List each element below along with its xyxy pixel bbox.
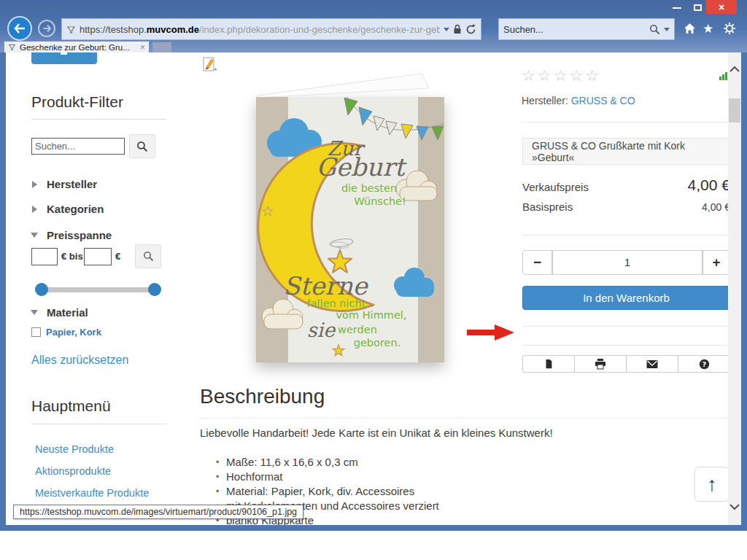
menu-link-aktion[interactable]: Aktionsprodukte [35, 465, 111, 477]
back-arrow-icon [13, 23, 26, 34]
maximize-icon [694, 4, 702, 11]
url-dropdown-icon[interactable] [444, 28, 449, 31]
description-intro: Liebevolle Handarbeit! Jede Karte ist ei… [200, 427, 553, 439]
address-bar[interactable]: https://testshop.muvcom.de/index.php/dek… [61, 18, 481, 40]
material-option-label[interactable]: Papier, Kork [46, 327, 101, 338]
price-suffix-label: € [115, 251, 120, 262]
svg-text:vom Himmel,: vom Himmel, [336, 309, 407, 321]
new-tab-button[interactable] [152, 42, 171, 52]
price-slider-track[interactable] [35, 287, 160, 292]
forward-button[interactable] [38, 20, 55, 37]
filter-group-preisspanne[interactable]: Preisspanne [47, 229, 112, 241]
datasheet-button[interactable] [523, 356, 574, 372]
product-name: GRUSS & CO Grußkarte mit Kork »Geburt« [532, 140, 721, 163]
list-item: Hochformat [216, 470, 439, 484]
chevron-right-icon[interactable] [32, 206, 37, 213]
url-scheme: https:// [80, 24, 108, 35]
filter-title: Produkt-Filter [31, 93, 123, 111]
chevron-down-icon[interactable] [31, 233, 38, 238]
card-back-flap [258, 74, 429, 98]
svg-text:Wünsche!: Wünsche! [354, 195, 406, 207]
url-subdomain: testshop. [108, 24, 147, 35]
divider [522, 345, 730, 346]
star-icon: ★ [703, 22, 713, 36]
product-image[interactable]: Zur Geburt die besten Wünsche! Sterne fa… [219, 66, 489, 372]
divider [522, 122, 729, 122]
refresh-icon[interactable] [465, 24, 476, 35]
quantity-input[interactable] [552, 250, 703, 275]
chevron-right-icon[interactable] [32, 181, 37, 188]
price-to-input[interactable] [84, 248, 112, 265]
manufacturer-link[interactable]: GRUSS & CO [571, 95, 635, 106]
svg-text:die besten: die besten [341, 182, 397, 194]
price-slider-handle-min[interactable] [35, 283, 48, 296]
divider [200, 418, 729, 419]
search-dropdown-icon[interactable] [664, 28, 670, 31]
svg-text:werden: werden [338, 324, 377, 335]
search-icon [143, 251, 154, 262]
minimize-icon [673, 7, 681, 9]
scroll-up-icon[interactable] [729, 66, 740, 73]
list-item: Material: Papier, Kork, div. Accessoires [216, 484, 439, 499]
search-icon [136, 141, 148, 152]
tab-title: Geschenke zur Geburt: Gru... [20, 43, 136, 52]
tab-close-icon[interactable]: × [140, 43, 145, 52]
add-to-cart-button[interactable]: In den Warenkorb [522, 286, 730, 310]
question-icon: ? [699, 359, 710, 370]
browser-search-input[interactable] [503, 24, 646, 35]
settings-button[interactable] [723, 22, 736, 38]
material-checkbox[interactable] [31, 327, 41, 337]
scroll-down-icon[interactable] [729, 503, 740, 510]
filter-group-kategorien[interactable]: Kategorien [47, 203, 104, 215]
scrollbar-track[interactable] [728, 52, 741, 525]
divider [522, 235, 730, 236]
base-price-label: Basispreis [522, 201, 573, 213]
home-icon [683, 22, 697, 35]
chevron-down-icon[interactable] [31, 310, 38, 315]
print-button[interactable] [574, 356, 626, 372]
quantity-plus-button[interactable]: + [703, 250, 730, 275]
browser-window: https://testshop.muvcom.de/index.php/dek… [0, 0, 747, 531]
email-button[interactable] [626, 356, 678, 372]
close-button[interactable]: × [706, 0, 737, 14]
menu-link-meistverkauft[interactable]: Meistverkaufte Produkte [35, 487, 149, 499]
browser-search-box[interactable] [498, 18, 675, 40]
favorites-button[interactable]: ★ [703, 21, 713, 36]
price-slider-handle-max[interactable] [148, 283, 161, 296]
url-domain: muvcom.de [147, 24, 199, 35]
printer-icon [595, 359, 606, 370]
search-icon[interactable] [649, 24, 660, 35]
price-filter-button[interactable] [135, 244, 161, 268]
scrollbar-thumb[interactable] [729, 98, 740, 122]
filter-group-material[interactable]: Material [47, 306, 88, 319]
price-from-input[interactable] [31, 248, 58, 265]
edit-product-icon[interactable] [203, 56, 217, 76]
reset-filters-link[interactable]: Alles zurücksetzen [31, 354, 128, 367]
minimize-button[interactable] [668, 1, 686, 14]
browser-tab[interactable]: Geschenke zur Geburt: Gru... × [4, 41, 150, 52]
svg-text:geboren.: geboren. [354, 337, 401, 349]
divider [31, 424, 166, 424]
quantity-minus-button[interactable]: − [522, 250, 552, 275]
filter-search-button[interactable] [129, 134, 155, 158]
clipped-category-button[interactable] [31, 52, 97, 64]
back-to-top-button[interactable]: ↑ [694, 467, 729, 502]
url-text[interactable]: https://testshop.muvcom.de/index.php/dek… [80, 24, 440, 35]
svg-text:sie: sie [307, 319, 336, 341]
filter-search-input[interactable] [31, 138, 125, 155]
file-icon [543, 358, 554, 370]
manufacturer-label: Hersteller: [522, 95, 568, 106]
svg-text:Geburt: Geburt [317, 152, 407, 182]
rating-stars[interactable]: ☆☆☆☆☆ [522, 67, 601, 85]
menu-link-neuste[interactable]: Neuste Produkte [35, 443, 114, 455]
arrow-up-icon: ↑ [707, 473, 717, 496]
home-button[interactable] [683, 22, 697, 38]
tab-favicon [8, 43, 16, 51]
envelope-icon [646, 359, 658, 369]
page-content: Produkt-Filter Hersteller Kategorien Pre… [6, 52, 741, 525]
maximize-button[interactable] [689, 1, 706, 14]
list-item: Maße: 11,6 x 16,6 x 0,3 cm [216, 455, 439, 470]
filter-group-hersteller[interactable]: Hersteller [47, 178, 97, 190]
back-button[interactable] [7, 16, 32, 41]
help-button[interactable]: ? [678, 356, 729, 372]
